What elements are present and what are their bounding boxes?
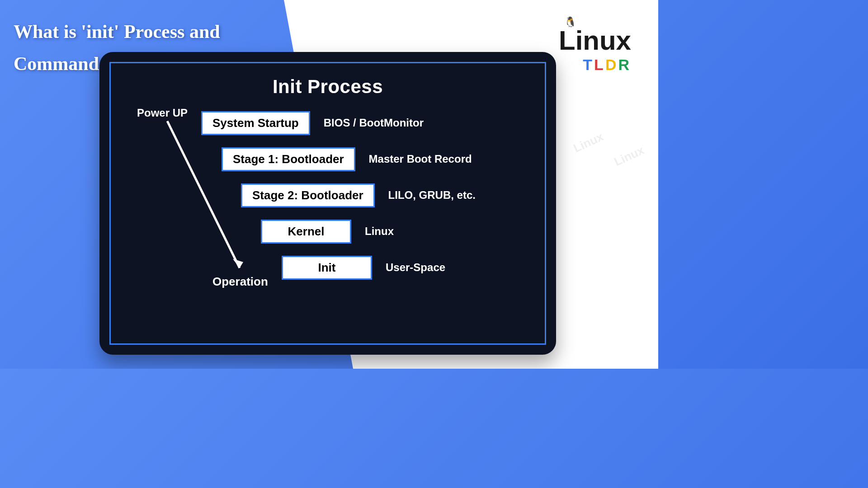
stage-row: System Startup BIOS / BootMonitor [201, 111, 527, 135]
stage-desc: User-Space [386, 261, 445, 274]
logo-tldr: TLDR [559, 56, 631, 74]
stage-box: Init [282, 256, 372, 280]
stage-desc: Master Boot Record [369, 153, 472, 165]
logo: 🐧 Linux TLDR [559, 27, 631, 74]
stage-row: Stage 2: Bootloader LILO, GRUB, etc. [201, 183, 527, 207]
stage-row: Kernel Linux [201, 220, 527, 243]
diagram-border: Init Process Power UP Operation System S… [109, 62, 546, 345]
tldr-t: T [583, 56, 594, 73]
stage-desc: LILO, GRUB, etc. [388, 189, 476, 202]
penguin-icon: 🐧 [564, 17, 576, 27]
stage-desc: BIOS / BootMonitor [324, 117, 424, 129]
tldr-d: D [605, 56, 618, 73]
logo-line1: 🐧 Linux [559, 27, 631, 54]
diagram-panel: Init Process Power UP Operation System S… [99, 52, 556, 355]
logo-text: Linux [559, 25, 631, 56]
stage-row: Stage 1: Bootloader Master Boot Record [201, 147, 527, 171]
stage-row: Init User-Space [201, 256, 527, 279]
tldr-l: L [594, 56, 605, 73]
stages-column: System Startup BIOS / BootMonitor Stage … [201, 111, 527, 292]
stage-box: Stage 1: Bootloader [222, 147, 355, 171]
stage-box: System Startup [201, 111, 310, 135]
stage-desc: Linux [365, 225, 394, 238]
diagram-content: Power UP Operation System Startup BIOS /… [111, 98, 545, 342]
stage-box: Kernel [261, 220, 351, 244]
stage-box: Stage 2: Bootloader [241, 183, 375, 207]
diagram-title: Init Process [111, 76, 545, 98]
tldr-r: R [618, 56, 631, 73]
